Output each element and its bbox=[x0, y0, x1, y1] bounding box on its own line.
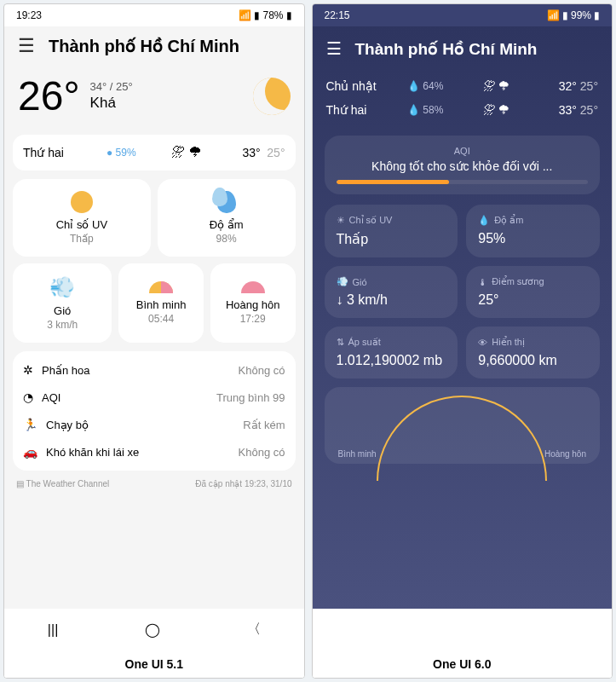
dewpoint-card[interactable]: 🌡Điểm sương 25° bbox=[466, 266, 600, 318]
thunder-icon: 🌩 bbox=[498, 79, 509, 93]
city-name[interactable]: Thành phố Hồ Chí Minh bbox=[355, 39, 538, 59]
status-right: 📶 ▮ 78% ▮ bbox=[239, 9, 291, 21]
current-temp: 26° bbox=[18, 72, 80, 119]
nav-recents[interactable]: ||| bbox=[48, 622, 58, 638]
pressure-card[interactable]: ⇅Áp suất 1.012,190002 mb bbox=[325, 327, 458, 379]
battery-icon: ▮ bbox=[286, 9, 292, 21]
battery-icon: ▮ bbox=[594, 9, 600, 21]
footer: ▤ The Weather Channel Đã cập nhật 19:23,… bbox=[13, 471, 296, 497]
provider: ▤ The Weather Channel bbox=[16, 479, 109, 488]
phone-oneui60: 22:15 📶 ▮ 99% ▮ ☰ Thành phố Hồ Chí Minh … bbox=[312, 3, 613, 679]
moon-icon bbox=[253, 78, 291, 115]
forecast-temps: 33° 25° bbox=[220, 146, 285, 159]
wifi-icon: 📶 bbox=[239, 9, 251, 21]
visibility-card[interactable]: 👁Hiển thị 9,660000 km bbox=[466, 327, 600, 379]
drop-icon: 💧 bbox=[478, 215, 490, 226]
aqi-icon: ◔ bbox=[23, 390, 33, 404]
menu-icon[interactable]: ☰ bbox=[18, 35, 35, 57]
info-driving: 🚗Khó khăn khi lái xe Không có bbox=[23, 438, 285, 465]
phone-oneui51: 19:23 📶 ▮ 78% ▮ ☰ Thành phố Hồ Chí Minh … bbox=[3, 3, 305, 679]
running-icon: 🏃 bbox=[23, 418, 37, 431]
aqi-card[interactable]: AQI Không tốt cho sức khỏe đối với ... bbox=[325, 136, 601, 194]
wind-icon: 💨 bbox=[337, 276, 348, 287]
drop-icon bbox=[217, 191, 236, 213]
city-name[interactable]: Thành phố Hồ Chí Minh bbox=[49, 36, 239, 56]
info-aqi: ◔AQI Trung bình 99 bbox=[23, 384, 285, 411]
forecast-pop: ● 59% bbox=[89, 147, 154, 159]
rain-storm-icon: ⛈ bbox=[171, 145, 185, 160]
sunrise-icon bbox=[149, 281, 173, 293]
drop-icon: 💧 bbox=[407, 104, 420, 116]
sunset-card[interactable]: Hoàng hôn 17:29 bbox=[210, 263, 296, 343]
sunrise-label: Bình minh bbox=[338, 449, 377, 459]
forecast-row[interactable]: Thứ hai ● 59% ⛈ 🌩 33° 25° bbox=[13, 135, 296, 170]
storm-icon: ⛈ bbox=[483, 103, 495, 117]
hi-lo: 34° / 25° bbox=[90, 80, 133, 93]
wind-card[interactable]: 💨Gió ↓ 3 km/h bbox=[325, 266, 458, 318]
navbar: ||| ◯ 〈 bbox=[313, 609, 613, 650]
thunder-icon: 🌩 bbox=[498, 103, 509, 117]
status-bar: 19:23 📶 ▮ 78% ▮ bbox=[4, 4, 304, 26]
car-icon: 🚗 bbox=[23, 445, 37, 459]
sun-icon bbox=[71, 191, 93, 213]
battery-text: 78% bbox=[262, 9, 283, 21]
sun-icon: ☀ bbox=[337, 215, 345, 226]
sun-arc-icon bbox=[377, 396, 547, 481]
aqi-text: Không tốt cho sức khỏe đối với ... bbox=[337, 159, 589, 173]
status-time: 19:23 bbox=[16, 9, 42, 21]
navbar: ||| ◯ 〈 bbox=[4, 609, 304, 650]
uv-card[interactable]: ☀Chỉ số UV Thấp bbox=[325, 205, 458, 257]
eye-icon: 👁 bbox=[478, 338, 487, 348]
info-running: 🏃Chạy bộ Rất kém bbox=[23, 411, 285, 438]
forecast-icons: ⛈ 🌩 bbox=[154, 145, 220, 160]
menu-icon[interactable]: ☰ bbox=[326, 38, 342, 59]
nav-home[interactable]: ◯ bbox=[145, 621, 160, 638]
nav-back[interactable]: 〈 bbox=[555, 621, 568, 639]
battery-text: 99% bbox=[571, 9, 591, 21]
sunset-label: Hoàng hôn bbox=[544, 449, 586, 459]
info-pollen: ✲Phấn hoa Không có bbox=[23, 356, 285, 384]
sunset-icon bbox=[241, 281, 265, 293]
nav-back[interactable]: 〈 bbox=[247, 621, 261, 639]
nav-recents[interactable]: ||| bbox=[355, 622, 366, 638]
status-right: 📶 ▮ 99% ▮ bbox=[547, 9, 600, 21]
forecast-row-0[interactable]: Chủ nhật 💧64% ⛈🌩 32° 25° bbox=[325, 74, 601, 98]
nav-home[interactable]: ◯ bbox=[452, 621, 468, 638]
signal-icon: ▮ bbox=[562, 9, 568, 21]
wind-card[interactable]: 💨 Gió 3 km/h bbox=[13, 263, 112, 343]
drop-icon: 💧 bbox=[407, 80, 420, 92]
sunrise-card[interactable]: Bình minh 05:44 bbox=[118, 263, 204, 343]
gauge-icon: ⇅ bbox=[337, 337, 344, 348]
aqi-bar bbox=[337, 180, 589, 184]
wifi-icon: 📶 bbox=[547, 9, 560, 21]
forecast-day: Thứ hai bbox=[23, 146, 89, 159]
header: ☰ Thành phố Hồ Chí Minh bbox=[13, 26, 296, 66]
aqi-title: AQI bbox=[337, 146, 589, 156]
header: ☰ Thành phố Hồ Chí Minh bbox=[325, 26, 601, 74]
signal-icon: ▮ bbox=[254, 9, 260, 21]
uv-card[interactable]: Chỉ số UV Thấp bbox=[13, 179, 151, 257]
wind-icon: 💨 bbox=[49, 275, 75, 299]
info-card[interactable]: ✲Phấn hoa Không có ◔AQI Trung bình 99 🏃C… bbox=[13, 351, 296, 471]
humidity-card[interactable]: 💧Độ ẩm 95% bbox=[466, 205, 600, 257]
current-weather: 26° 34° / 25° Khá bbox=[13, 66, 296, 135]
caption: One UI 5.1 bbox=[4, 650, 304, 678]
status-time: 22:15 bbox=[325, 9, 350, 21]
sun-card[interactable]: Bình minh Hoàng hôn bbox=[325, 387, 601, 464]
last-updated: Đã cập nhật 19:23, 31/10 bbox=[195, 479, 291, 488]
caption: One UI 6.0 bbox=[313, 650, 613, 678]
forecast-row-1[interactable]: Thứ hai 💧58% ⛈🌩 33° 25° bbox=[325, 98, 601, 122]
humidity-card[interactable]: Độ ẩm 98% bbox=[158, 179, 296, 257]
pollen-icon: ✲ bbox=[23, 363, 33, 377]
storm-icon: 🌩 bbox=[188, 145, 202, 160]
thermometer-icon: 🌡 bbox=[478, 277, 487, 287]
status-bar: 22:15 📶 ▮ 99% ▮ bbox=[313, 4, 613, 26]
storm-icon: ⛈ bbox=[483, 79, 495, 93]
condition: Khá bbox=[90, 95, 133, 112]
